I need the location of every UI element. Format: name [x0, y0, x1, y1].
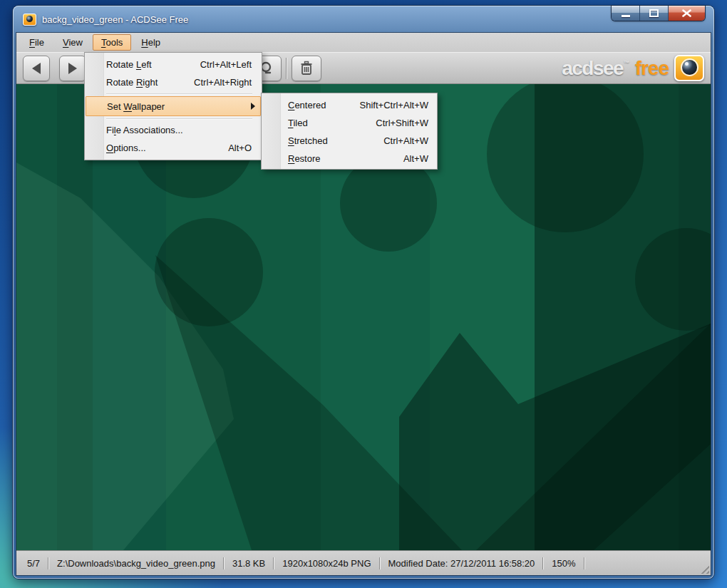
close-icon — [682, 9, 691, 17]
menu-bar: File View Tools Help — [16, 33, 711, 52]
delete-icon — [299, 61, 314, 76]
desktop: { "window": { "title": "backg_video_gree… — [0, 0, 727, 588]
wallpaper-circle — [635, 228, 711, 331]
shortcut-label: Alt+O — [214, 143, 252, 153]
caption-buttons — [612, 6, 705, 21]
app-window: backg_video_green - ACDSee Free File Vie… — [13, 6, 714, 579]
menu-view[interactable]: View — [54, 34, 91, 51]
menu-item-set-wallpaper[interactable]: Set Wallpaper — [86, 96, 261, 116]
titlebar[interactable]: backg_video_green - ACDSee Free — [13, 6, 714, 33]
trademark-symbol: ™ — [624, 60, 629, 66]
menu-item-options[interactable]: Options... Alt+O — [85, 139, 262, 157]
next-image-button[interactable] — [59, 56, 86, 81]
resize-grip[interactable] — [698, 563, 709, 574]
toolbar-separator — [286, 58, 287, 79]
shortcut-label: Alt+W — [389, 153, 428, 164]
shortcut-label: Shift+Ctrl+Alt+W — [346, 100, 428, 110]
next-icon — [68, 63, 77, 74]
menu-item-rotate-left[interactable]: Rotate Left Ctrl+Alt+Left — [85, 56, 262, 73]
previous-icon — [32, 63, 41, 74]
maximize-icon — [649, 9, 659, 17]
status-file-size: 31.8 KB — [225, 558, 273, 569]
submenu-item-centered[interactable]: Centered Shift+Ctrl+Alt+W — [262, 96, 437, 114]
logo-edition-text: free — [635, 57, 669, 80]
status-dimensions: 1920x1080x24b PNG — [274, 558, 378, 569]
shortcut-label: Ctrl+Alt+Left — [186, 59, 252, 70]
shortcut-label: Ctrl+Alt+W — [369, 135, 428, 146]
wallpaper-circle — [487, 84, 644, 232]
submenu-item-stretched[interactable]: Stretched Ctrl+Alt+W — [262, 132, 437, 150]
acdsee-logo: acdsee™ free — [562, 55, 704, 81]
menu-tools[interactable]: Tools — [93, 34, 131, 51]
status-file-path: Z:\Downloads\backg_video_green.png — [49, 558, 223, 569]
menu-item-rotate-right[interactable]: Rotate Right Ctrl+Alt+Right — [85, 73, 262, 91]
set-wallpaper-submenu: Centered Shift+Ctrl+Alt+W Tiled Ctrl+Shi… — [261, 93, 438, 170]
tools-menu: Rotate Left Ctrl+Alt+Left Rotate Right C… — [84, 52, 262, 160]
submenu-arrow-icon — [251, 103, 255, 110]
menu-item-file-associations[interactable]: File Associations... — [85, 121, 262, 139]
logo-brand-text: acdsee™ — [562, 57, 628, 80]
submenu-item-tiled[interactable]: Tiled Ctrl+Shift+W — [262, 114, 437, 132]
status-bar: 5/7 Z:\Downloads\backg_video_green.png 3… — [16, 550, 711, 575]
minimize-button[interactable] — [612, 6, 640, 21]
previous-image-button[interactable] — [23, 56, 50, 81]
delete-button[interactable] — [292, 56, 321, 81]
close-button[interactable] — [669, 6, 705, 21]
menu-help[interactable]: Help — [133, 34, 169, 51]
shortcut-label: Ctrl+Shift+W — [361, 118, 428, 128]
window-title: backg_video_green - ACDSee Free — [42, 14, 188, 25]
maximize-button[interactable] — [640, 6, 669, 21]
status-zoom-level: 150% — [544, 558, 583, 569]
menu-separator — [85, 116, 262, 121]
logo-camera-icon — [674, 55, 704, 81]
menu-separator — [85, 91, 262, 96]
status-position: 5/7 — [19, 558, 48, 569]
shortcut-label: Ctrl+Alt+Right — [180, 77, 252, 88]
app-camera-icon — [23, 14, 36, 26]
submenu-item-restore[interactable]: Restore Alt+W — [262, 150, 437, 167]
status-modified-date: Modified Date: 27/12/2011 16:58:20 — [381, 558, 543, 569]
menu-file[interactable]: File — [21, 34, 53, 51]
minimize-icon — [622, 15, 630, 17]
